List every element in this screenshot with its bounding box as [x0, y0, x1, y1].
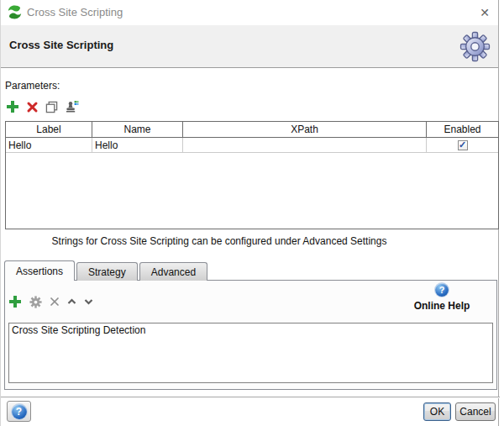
add-assertion-button[interactable] [8, 295, 22, 308]
settings-gear-icon [459, 31, 491, 62]
column-header-label[interactable]: Label [6, 122, 92, 137]
assertions-toolbar [8, 293, 93, 310]
cell-label[interactable]: Hello [6, 138, 92, 152]
window-title: Cross Site Scripting [27, 0, 123, 25]
stamp-icon [65, 100, 79, 113]
table-row[interactable]: Hello Hello ✓ [6, 138, 498, 153]
parameters-table-header: Label Name XPath Enabled [6, 122, 498, 138]
help-button[interactable]: ? [7, 401, 31, 422]
plus-icon [6, 100, 19, 113]
add-parameter-button[interactable] [6, 100, 19, 113]
tab-bar: Assertions Strategy Advanced [4, 260, 209, 281]
screen: Cross Site Scripting ✕ Cross Site Script… [0, 0, 504, 426]
red-x-icon [26, 101, 39, 113]
x-icon [50, 297, 60, 307]
column-header-name[interactable]: Name [92, 122, 183, 137]
footer-separator [1, 397, 500, 398]
parameters-toolbar [6, 98, 79, 115]
online-help-label[interactable]: Online Help [414, 300, 470, 312]
ok-button[interactable]: OK [423, 402, 451, 421]
chevron-up-icon [67, 298, 76, 305]
configure-assertion-button[interactable] [29, 296, 42, 308]
gear-icon [29, 296, 42, 308]
list-item[interactable]: Cross Site Scripting Detection [9, 323, 492, 337]
soapui-logo-icon [8, 5, 22, 19]
remove-parameter-button[interactable] [26, 101, 39, 113]
clone-parameter-button[interactable] [45, 101, 58, 113]
tab-strategy[interactable]: Strategy [76, 262, 138, 281]
remove-assertion-button[interactable] [50, 297, 60, 307]
tab-assertions[interactable]: Assertions [4, 260, 75, 281]
advanced-settings-note: Strings for Cross Site Scripting can be … [1, 235, 438, 247]
dialog-title: Cross Site Scripting [9, 39, 113, 51]
close-icon[interactable]: ✕ [476, 0, 493, 25]
plus-icon [8, 295, 22, 308]
move-up-button[interactable] [67, 298, 76, 305]
parameters-table: Label Name XPath Enabled Hello Hello ✓ [5, 121, 499, 229]
move-down-button[interactable] [84, 298, 93, 305]
column-header-xpath[interactable]: XPath [183, 122, 427, 137]
copy-icon [45, 101, 58, 113]
online-help-icon[interactable]: ? [435, 283, 449, 297]
cancel-button[interactable]: Cancel [455, 402, 496, 421]
column-header-enabled[interactable]: Enabled [427, 122, 498, 137]
dialog-header: Cross Site Scripting [1, 25, 498, 68]
titlebar: Cross Site Scripting ✕ [1, 0, 498, 25]
chevron-down-icon [84, 298, 93, 305]
assertions-panel: ? Online Help Cross Site Scripting Detec… [4, 280, 497, 390]
cell-xpath[interactable] [183, 138, 427, 152]
cell-name[interactable]: Hello [92, 138, 183, 152]
extract-parameter-button[interactable] [65, 100, 79, 113]
cross-site-scripting-dialog: Cross Site Scripting ✕ Cross Site Script… [0, 0, 499, 426]
cell-enabled: ✓ [427, 138, 498, 152]
tab-advanced[interactable]: Advanced [139, 262, 207, 281]
help-icon: ? [12, 404, 27, 419]
parameters-label: Parameters: [5, 80, 60, 92]
assertions-list[interactable]: Cross Site Scripting Detection [8, 323, 493, 383]
enabled-checkbox[interactable]: ✓ [458, 140, 468, 150]
online-help: ? Online Help [404, 283, 480, 312]
